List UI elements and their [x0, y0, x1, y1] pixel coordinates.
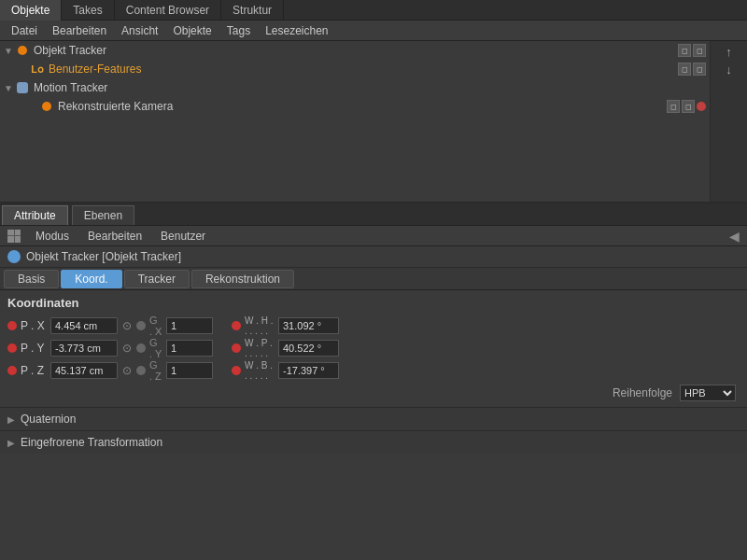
menu-lesezeichen[interactable]: Lesezeichen — [258, 22, 335, 39]
attr-menu-bearbeiten[interactable]: Bearbeiten — [78, 228, 151, 245]
quaternion-header[interactable]: ▶ Quaternion — [0, 408, 747, 430]
menu-bar: Datei Bearbeiten Ansicht Objekte Tags Le… — [0, 21, 747, 41]
indicator-pz — [7, 366, 17, 375]
eingefrorene-section: ▶ Eingefrorene Transformation — [0, 430, 747, 454]
arrow-up-icon[interactable]: ↑ — [726, 45, 732, 59]
label-pz: P . Z — [21, 364, 47, 377]
eingefrorene-arrow-icon: ▶ — [7, 438, 15, 448]
menu-objekte[interactable]: Objekte — [165, 22, 218, 39]
label-py: P . Y — [21, 342, 47, 355]
label-gz: G . Z — [149, 359, 162, 382]
input-py[interactable] — [50, 340, 118, 357]
indicator-wh — [232, 321, 241, 330]
eingefrorene-header[interactable]: ▶ Eingefrorene Transformation — [0, 431, 747, 454]
tab-objekte[interactable]: Objekte — [0, 0, 62, 21]
menu-datei[interactable]: Datei — [4, 22, 45, 39]
tab-ebenen[interactable]: Ebenen — [72, 205, 134, 225]
label-wb: W . B . . . . . . — [245, 360, 275, 381]
subtab-koord[interactable]: Koord. — [61, 270, 121, 288]
coord-row-3: P . Z ⊙ G . Z W . B . . . . . . — [7, 360, 740, 381]
tree-panel: ▼ Objekt Tracker ◻ ◻ Lᴏ Benutzer-Feature… — [0, 41, 710, 202]
tree-icon-sq-2: ◻ — [693, 44, 706, 57]
attr-menu-arrow-right[interactable]: ◀ — [729, 229, 740, 244]
arrow-down-icon[interactable]: ↓ — [726, 63, 732, 77]
subtab-tracker[interactable]: Tracker — [124, 270, 190, 288]
objekt-tracker-icon — [15, 43, 30, 58]
tree-item-kamera[interactable]: Rekonstruierte Kamera ◻ ◻ — [0, 97, 710, 116]
coord-section: Koordinaten P . X ⊙ G . X W . H . . . . … — [0, 290, 747, 407]
indicator-gz — [136, 366, 146, 375]
tree-item-benutzer-features[interactable]: Lᴏ Benutzer-Features ◻ ◻ — [0, 60, 710, 78]
kamera-icon — [39, 99, 54, 114]
input-gx[interactable] — [166, 317, 213, 334]
tree-icon-red-1 — [697, 102, 706, 111]
tab-content-browser[interactable]: Content Browser — [115, 0, 221, 21]
coord-row-1: P . X ⊙ G . X W . H . . . . . . — [7, 315, 740, 336]
sep-2: ⊙ — [121, 342, 133, 355]
tree-item-icons-right-2: ◻ ◻ — [678, 63, 706, 76]
tree-item-label-motion-tracker: Motion Tracker — [34, 81, 706, 94]
reihenfolge-row: Reihenfolge HPB PHB PBH — [7, 385, 740, 401]
menu-tags[interactable]: Tags — [219, 22, 258, 39]
indicator-gx — [136, 321, 146, 330]
input-gz[interactable] — [166, 362, 213, 379]
label-px: P . X — [21, 319, 47, 332]
subtab-basis[interactable]: Basis — [4, 270, 59, 288]
object-label-row: Objekt Tracker [Objekt Tracker] — [0, 246, 747, 268]
indicator-gy — [136, 343, 146, 353]
tree-item-icons-right-4: ◻ ◻ — [667, 100, 706, 113]
tab-struktur[interactable]: Struktur — [221, 0, 284, 21]
tree-icon-sq-1: ◻ — [678, 44, 691, 57]
quaternion-arrow-icon: ▶ — [7, 414, 15, 425]
indicator-px — [7, 321, 17, 330]
label-wh: W . H . . . . . . — [245, 315, 275, 336]
tree-item-motion-tracker[interactable]: ▼ Motion Tracker — [0, 78, 710, 97]
input-pz[interactable] — [50, 362, 118, 379]
tree-item-label-benutzer-features: Benutzer-Features — [49, 63, 678, 76]
label-wp: W . P . . . . . . — [245, 338, 275, 358]
object-icon — [7, 250, 21, 263]
sep-3: ⊙ — [121, 364, 133, 377]
label-gx: G . X — [149, 315, 162, 337]
tab-attribute[interactable]: Attribute — [2, 205, 68, 225]
indicator-py — [7, 343, 17, 353]
eingefrorene-label: Eingefrorene Transformation — [21, 436, 162, 449]
tree-icon-sq-5: ◻ — [667, 100, 680, 113]
input-wb[interactable] — [278, 362, 339, 379]
attr-menu-bar: Modus Bearbeiten Benutzer ◀ — [0, 226, 747, 246]
tree-item-icons-right-1: ◻ ◻ — [678, 44, 706, 57]
tree-item-label-objekt-tracker: Objekt Tracker — [34, 44, 678, 57]
tab-takes[interactable]: Takes — [62, 0, 114, 21]
menu-bearbeiten[interactable]: Bearbeiten — [45, 22, 114, 39]
input-gy[interactable] — [166, 340, 213, 357]
top-tab-bar: Objekte Takes Content Browser Struktur — [0, 0, 747, 21]
benutzer-features-icon: Lᴏ — [30, 62, 45, 77]
menu-ansicht[interactable]: Ansicht — [114, 22, 165, 39]
tree-item-objekt-tracker[interactable]: ▼ Objekt Tracker ◻ ◻ — [0, 41, 710, 60]
coord-row-2: P . Y ⊙ G . Y W . P . . . . . . — [7, 338, 740, 358]
input-wh[interactable] — [278, 317, 339, 334]
reihenfolge-select[interactable]: HPB PHB PBH — [680, 385, 736, 401]
indicator-wb — [232, 366, 241, 375]
input-px[interactable] — [50, 317, 118, 334]
attr-menu-benutzer[interactable]: Benutzer — [151, 228, 215, 245]
subtab-rekonstruktion[interactable]: Rekonstruktion — [191, 270, 294, 288]
attr-tab-bar: Attribute Ebenen — [0, 203, 747, 226]
side-icons-panel: ↑ ↓ — [710, 41, 747, 202]
grid-icon — [7, 230, 21, 243]
object-tree-section: ▼ Objekt Tracker ◻ ◻ Lᴏ Benutzer-Feature… — [0, 41, 747, 202]
indicator-wp — [232, 343, 241, 353]
tree-icon-sq-3: ◻ — [678, 63, 691, 76]
expand-arrow-1: ▼ — [4, 46, 15, 56]
tree-item-label-kamera: Rekonstruierte Kamera — [58, 100, 667, 113]
coord-title: Koordinaten — [7, 296, 740, 310]
sub-tab-bar: Basis Koord. Tracker Rekonstruktion — [0, 268, 747, 290]
label-gy: G . Y — [149, 337, 162, 359]
attr-menu-modus[interactable]: Modus — [26, 228, 78, 245]
input-wp[interactable] — [278, 340, 339, 357]
tree-icon-sq-6: ◻ — [682, 100, 695, 113]
tree-icon-sq-4: ◻ — [693, 63, 706, 76]
sep-1: ⊙ — [121, 319, 133, 332]
quaternion-label: Quaternion — [21, 413, 76, 426]
reihenfolge-label: Reihenfolge — [613, 386, 672, 399]
